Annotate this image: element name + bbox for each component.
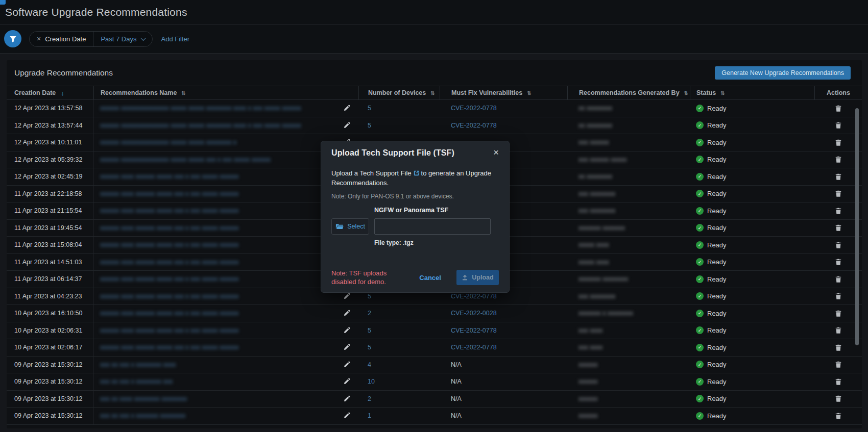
vertical-scrollbar-thumb[interactable] (855, 108, 859, 345)
status-label: Ready (707, 105, 727, 112)
recommendation-name-link-redacted[interactable]: xxx xx xxx x xxxxxxxx xxxx (100, 361, 176, 368)
table-row: 10 Apr 2023 at 16:10:50 xxxxxx xxxx xxxx… (7, 305, 862, 322)
check-icon: ✓ (696, 275, 704, 283)
edit-icon[interactable] (342, 360, 351, 369)
cell-creation-date: 09 Apr 2023 at 15:30:12 (7, 391, 93, 408)
delete-icon[interactable] (834, 360, 843, 369)
recommendation-name-link-redacted[interactable]: xxxxxx xxxx xxxxxx xxxxx xxx x xxx xxxxx… (100, 259, 239, 266)
recommendation-name-link-redacted[interactable]: xxxxxx xxxx xxxxxx xxxxx xxx x xxx xxxxx… (100, 310, 239, 317)
recommendation-name-link-redacted[interactable]: xxxxxx xxxxxxxxxxxxxxx xxxxx xxxxx xxx x… (100, 156, 271, 163)
recommendation-name-link-redacted[interactable]: xxxxxx xxxxxxxxxxxxxxx xxxxx xxxxx xxxxx… (100, 122, 301, 129)
cell-number-of-devices[interactable]: 10 (358, 373, 440, 390)
generate-recommendations-button[interactable]: Generate New Upgrade Recommendations (715, 66, 851, 80)
recommendation-name-link-redacted[interactable]: xxx xx xxx x xxxxxxxx xxx (100, 378, 173, 385)
edit-icon[interactable] (342, 309, 351, 318)
delete-icon[interactable] (834, 377, 843, 387)
cell-must-fix-vulnerabilities[interactable]: N/A (440, 408, 567, 424)
delete-icon[interactable] (834, 257, 843, 267)
delete-icon[interactable] (834, 325, 843, 335)
cell-must-fix-vulnerabilities[interactable]: CVE-2022-0778 (440, 339, 567, 356)
status-badge: ✓ Ready (696, 412, 727, 420)
generated-by-redacted: xxx xxxxxx xxxxx (578, 156, 626, 163)
edit-icon[interactable] (342, 121, 351, 130)
recommendation-name-link-redacted[interactable]: xxxxxx xxxx xxxxxx xxxxx xxx x xxx xxxxx… (100, 207, 239, 214)
cell-must-fix-vulnerabilities[interactable]: N/A (440, 373, 567, 390)
delete-icon[interactable] (834, 138, 843, 147)
status-label: Ready (707, 121, 727, 129)
recommendation-name-link-redacted[interactable]: xxxxxx xxxxxxxxxxxxxxx xxxxx xxxxx xxxxx… (100, 139, 236, 146)
edit-icon[interactable] (342, 326, 351, 335)
cell-generated-by: xxxxxxx xxxxxxxx (567, 271, 690, 288)
recommendation-name-link-redacted[interactable]: xxx xx xxx x xxxxxxx xxxxxxxx (100, 412, 185, 419)
recommendation-name-link-redacted[interactable]: xxxxxx xxxx xxxxxx xxxxx xxx x xxx xxxxx… (100, 173, 239, 180)
recommendation-name-link-redacted[interactable]: xxxxxx xxxx xxxxxx xxxxx xxx x xxx xxxxx… (100, 293, 239, 300)
edit-icon[interactable] (342, 343, 351, 352)
edit-icon[interactable] (342, 394, 351, 403)
delete-icon[interactable] (834, 309, 843, 318)
tsf-filename-input[interactable] (374, 218, 491, 235)
delete-icon[interactable] (834, 274, 843, 284)
recommendation-name-link-redacted[interactable]: xxxxxx xxxx xxxxxx xxxxx xxx x xxx xxxxx… (100, 344, 239, 351)
column-header-must-fix-vulnerabilities[interactable]: Must Fix Vulnerabilities⇅ (440, 86, 567, 99)
cell-number-of-devices[interactable]: 5 (358, 117, 440, 134)
filter-button[interactable] (4, 30, 21, 47)
delete-icon[interactable] (834, 120, 843, 130)
delete-icon[interactable] (834, 291, 843, 301)
delete-icon[interactable] (834, 189, 843, 198)
cell-recommendations-name: xxxxxx xxxx xxxxxx xxxxx xxx x xxx xxxxx… (93, 168, 358, 185)
cell-creation-date: 12 Apr 2023 at 10:11:01 (7, 134, 93, 151)
delete-icon[interactable] (834, 240, 843, 250)
recommendation-name-link-redacted[interactable]: xxxxxx xxxx xxxxxx xxxxx xxx x xxx xxxxx… (100, 275, 239, 283)
recommendation-name-link-redacted[interactable]: xxxxxx xxxx xxxxxx xxxxx xxx x xxx xxxxx… (100, 241, 239, 248)
delete-icon[interactable] (834, 172, 843, 182)
filter-chip-value[interactable]: Past 7 Days (93, 32, 152, 46)
cell-number-of-devices[interactable]: 5 (358, 322, 440, 339)
recommendation-name-link-redacted[interactable]: xxxxxx xxxx xxxxxx xxxxx xxx x xxx xxxxx… (100, 327, 239, 334)
cell-generated-by: xxxxxx (567, 357, 690, 373)
delete-icon[interactable] (834, 223, 843, 233)
close-icon[interactable]: × (493, 148, 499, 157)
cell-must-fix-vulnerabilities[interactable]: CVE-2022-0778 (440, 322, 567, 339)
add-filter-link[interactable]: Add Filter (161, 35, 190, 43)
delete-icon[interactable] (834, 104, 843, 113)
column-header-creation-date[interactable]: Creation Date↓ (7, 86, 93, 99)
recommendation-name-link-redacted[interactable]: xxxxxx xxxxxxxxxxxxxxx xxxxx xxxxx xxxxx… (100, 105, 301, 112)
cell-number-of-devices[interactable]: 4 (358, 357, 440, 373)
cell-creation-date: 10 Apr 2023 at 02:06:31 (7, 322, 93, 339)
delete-icon[interactable] (834, 155, 843, 164)
cell-number-of-devices[interactable]: 2 (358, 305, 440, 322)
delete-icon[interactable] (834, 411, 843, 421)
delete-icon[interactable] (834, 394, 843, 403)
cell-must-fix-vulnerabilities[interactable]: N/A (440, 357, 567, 373)
column-header-number-of-devices[interactable]: Number of Devices⇅ (358, 86, 440, 99)
recommendation-name-link-redacted[interactable]: xxxxxx xxxx xxxxxx xxxxx xxx x xxx xxxxx… (100, 224, 239, 232)
status-label: Ready (707, 310, 727, 317)
status-badge: ✓ Ready (696, 139, 727, 146)
cancel-button[interactable]: Cancel (419, 274, 441, 282)
external-link-icon[interactable] (412, 169, 421, 177)
edit-icon[interactable] (342, 104, 351, 113)
cell-number-of-devices[interactable]: 1 (358, 408, 440, 424)
edit-icon[interactable] (342, 411, 351, 420)
cell-must-fix-vulnerabilities[interactable]: N/A (440, 391, 567, 408)
cell-must-fix-vulnerabilities[interactable]: CVE-2022-0778 (440, 100, 567, 117)
remove-filter-icon[interactable]: × (37, 35, 41, 43)
recommendation-name-link-redacted[interactable]: xxx xx xxxx xxxxxxxx xxxxxxxx (100, 395, 187, 402)
cell-number-of-devices[interactable]: 2 (358, 391, 440, 408)
delete-icon[interactable] (834, 206, 843, 216)
column-header-status[interactable]: Status⇅ (690, 86, 814, 99)
column-header-recommendations-generated-by[interactable]: Recommendations Generated By⇅ (567, 86, 690, 99)
recommendation-name-link-redacted[interactable]: xxxxxx xxxx xxxxxx xxxxx xxx x xxx xxxxx… (100, 190, 239, 197)
cell-number-of-devices[interactable]: 5 (358, 100, 440, 117)
delete-icon[interactable] (834, 343, 843, 352)
select-file-button[interactable]: Select (331, 218, 369, 235)
cell-must-fix-vulnerabilities[interactable]: CVE-2022-0028 (440, 305, 567, 322)
cell-must-fix-vulnerabilities[interactable]: CVE-2022-0778 (440, 117, 567, 134)
cell-creation-date: 10 Apr 2023 at 02:06:17 (7, 339, 93, 356)
cell-number-of-devices[interactable]: 5 (358, 339, 440, 356)
upload-button[interactable]: Upload (456, 270, 499, 285)
column-header-recommendations-name[interactable]: Recommendations Name⇅ (93, 86, 358, 99)
filter-chip-field[interactable]: × Creation Date (30, 32, 93, 46)
edit-icon[interactable] (342, 292, 351, 301)
edit-icon[interactable] (342, 377, 351, 386)
